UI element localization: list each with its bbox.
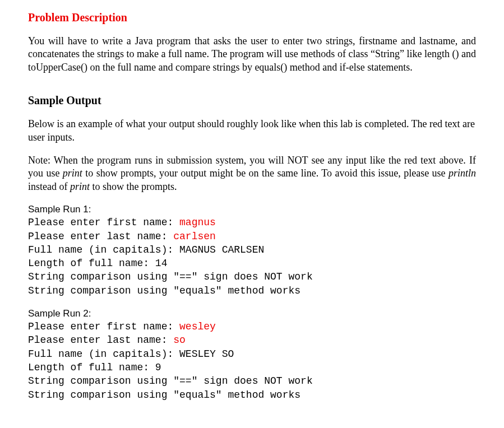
output-text: Please enter last name: bbox=[28, 334, 173, 346]
output-line: Please enter first name: magnus bbox=[28, 216, 476, 229]
problem-description-heading: Problem Description bbox=[28, 10, 476, 25]
user-input-text: magnus bbox=[179, 217, 216, 228]
user-input-text: carlsen bbox=[173, 231, 216, 242]
output-text: String comparison using "equals" method … bbox=[28, 285, 300, 296]
output-line: String comparison using "==" sign does N… bbox=[28, 270, 476, 283]
note-print-1: print bbox=[63, 168, 82, 179]
sample-run-label: Sample Run 2: bbox=[28, 308, 476, 320]
output-text: Full name (in capitals): WESLEY SO bbox=[28, 348, 234, 360]
output-text: Full name (in capitals): MAGNUS CARLSEN bbox=[28, 244, 264, 255]
output-line: String comparison using "==" sign does N… bbox=[28, 374, 476, 388]
user-input-text: wesley bbox=[179, 321, 216, 332]
sample-output-heading: Sample Output bbox=[28, 93, 476, 108]
output-text: Length of full name: 9 bbox=[28, 362, 161, 373]
output-text: Please enter last name: bbox=[28, 231, 173, 242]
output-line: Full name (in capitals): MAGNUS CARLSEN bbox=[28, 243, 476, 257]
output-line: Length of full name: 14 bbox=[28, 257, 476, 270]
output-text: String comparison using "==" sign does N… bbox=[28, 375, 313, 387]
sample-run-label: Sample Run 1: bbox=[28, 203, 476, 216]
output-line: String comparison using "equals" method … bbox=[28, 388, 476, 402]
output-line: Please enter first name: wesley bbox=[28, 320, 476, 333]
note-text-3: instead of bbox=[28, 181, 70, 192]
user-input-text: so bbox=[173, 334, 186, 346]
output-text: Please enter first name: bbox=[28, 217, 179, 228]
output-text: String comparison using "equals" method … bbox=[28, 389, 300, 401]
output-line: String comparison using "equals" method … bbox=[28, 284, 476, 297]
sample-run-output: Please enter first name: magnusPlease en… bbox=[28, 216, 476, 297]
sample-runs-container: Sample Run 1:Please enter first name: ma… bbox=[28, 203, 476, 402]
output-line: Please enter last name: so bbox=[28, 333, 476, 347]
sample-output-intro: Below is an example of what your output … bbox=[28, 118, 476, 144]
output-line: Full name (in capitals): WESLEY SO bbox=[28, 347, 476, 361]
problem-description-text: You will have to write a Java program th… bbox=[28, 35, 476, 74]
sample-output-note: Note: When the program runs in submissio… bbox=[28, 154, 476, 193]
note-text-4: to show the prompts. bbox=[90, 181, 177, 192]
note-print-2: print bbox=[70, 181, 90, 192]
output-text: Length of full name: 14 bbox=[28, 258, 167, 269]
sample-run-output: Please enter first name: wesleyPlease en… bbox=[28, 320, 476, 402]
output-text: String comparison using "==" sign does N… bbox=[28, 271, 313, 282]
output-line: Length of full name: 9 bbox=[28, 361, 476, 374]
output-line: Please enter last name: carlsen bbox=[28, 230, 476, 243]
note-println: println bbox=[448, 168, 476, 179]
note-text-2: to show prompts, your output might be on… bbox=[82, 168, 448, 179]
output-text: Please enter first name: bbox=[28, 321, 179, 332]
